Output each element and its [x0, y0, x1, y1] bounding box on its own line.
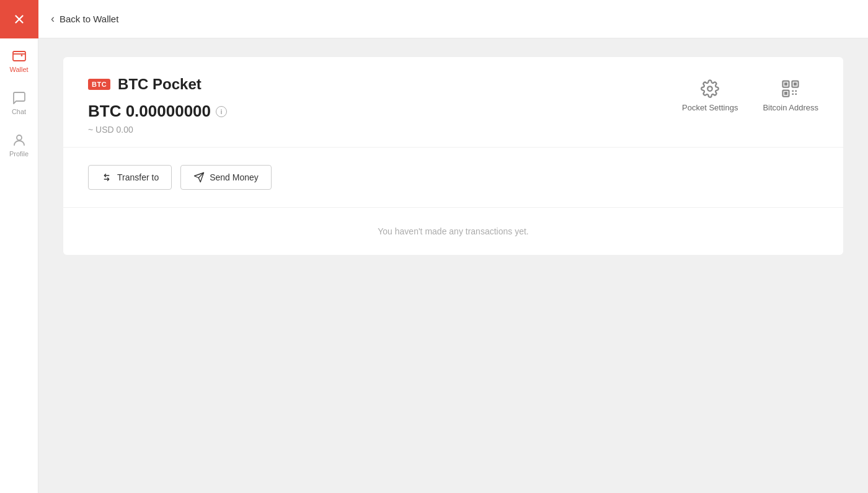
pocket-card: BTC BTC Pocket BTC 0.00000000 i ~ USD 0.…	[63, 57, 843, 255]
pocket-header: BTC BTC Pocket BTC 0.00000000 i ~ USD 0.…	[63, 57, 843, 148]
pocket-settings-action[interactable]: Pocket Settings	[682, 79, 738, 112]
pocket-header-actions: Pocket Settings Bit	[682, 76, 818, 112]
pocket-title-row: BTC BTC Pocket	[88, 76, 227, 93]
transfer-to-button[interactable]: Transfer to	[88, 165, 172, 190]
pocket-settings-label: Pocket Settings	[682, 103, 738, 112]
pocket-balance: BTC 0.00000000 i	[88, 102, 227, 121]
pocket-buttons: Transfer to Send Money	[63, 148, 843, 208]
sidebar-item-profile[interactable]: Profile	[0, 125, 38, 165]
svg-point-2	[707, 86, 712, 91]
svg-rect-0	[13, 51, 25, 61]
qr-code-icon	[781, 79, 800, 98]
sidebar-item-chat[interactable]: Chat	[0, 83, 38, 123]
svg-point-1	[17, 135, 22, 140]
send-money-label: Send Money	[210, 172, 259, 182]
pocket-info: BTC BTC Pocket BTC 0.00000000 i ~ USD 0.…	[88, 76, 227, 135]
main-content: ‹ Back to Wallet BTC BTC Pocket BTC 0.00…	[38, 0, 868, 493]
send-icon	[193, 172, 205, 183]
header: ‹ Back to Wallet	[38, 0, 868, 38]
profile-nav-label: Profile	[9, 150, 29, 158]
bitcoin-address-label: Bitcoin Address	[763, 103, 818, 112]
svg-rect-6	[794, 82, 797, 86]
chat-nav-label: Chat	[12, 108, 26, 115]
page-content: BTC BTC Pocket BTC 0.00000000 i ~ USD 0.…	[38, 38, 868, 493]
transactions-section: You haven't made any transactions yet.	[63, 208, 843, 255]
transfer-to-label: Transfer to	[117, 172, 159, 182]
bitcoin-address-action[interactable]: Bitcoin Address	[763, 79, 818, 112]
svg-rect-8	[784, 92, 787, 95]
balance-value: BTC 0.00000000	[88, 102, 211, 121]
back-chevron-icon: ‹	[51, 12, 55, 25]
send-money-button[interactable]: Send Money	[180, 165, 272, 190]
usd-balance: ~ USD 0.00	[88, 125, 227, 135]
sidebar-item-wallet[interactable]: Wallet	[0, 41, 38, 81]
sidebar: Wallet Chat Profile	[0, 0, 38, 493]
settings-icon	[701, 79, 719, 98]
back-button-label: Back to Wallet	[60, 14, 118, 24]
info-icon[interactable]: i	[216, 106, 227, 117]
btc-badge: BTC	[88, 79, 110, 90]
no-transactions-message: You haven't made any transactions yet.	[378, 226, 528, 236]
close-button[interactable]	[0, 0, 38, 38]
svg-rect-4	[784, 82, 787, 86]
pocket-name: BTC Pocket	[118, 76, 202, 93]
wallet-nav-label: Wallet	[9, 66, 28, 73]
back-to-wallet-button[interactable]: ‹ Back to Wallet	[51, 12, 118, 25]
transfer-icon	[101, 172, 112, 183]
